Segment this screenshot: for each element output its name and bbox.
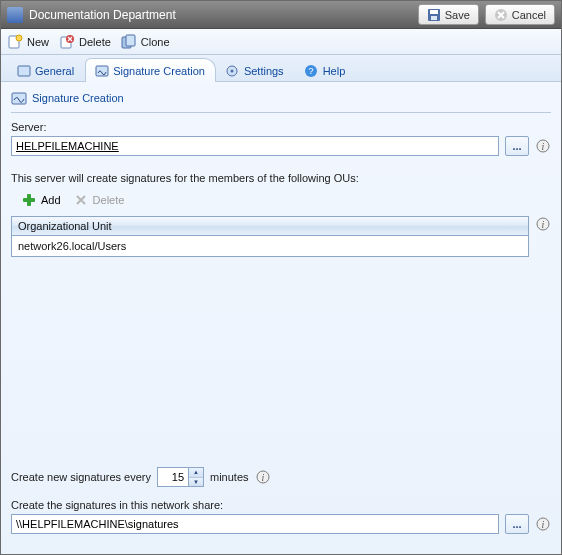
ou-table-wrap: Organizational Unit network26.local/User… <box>11 216 551 451</box>
server-row: ... i <box>11 136 551 156</box>
ou-toolbar: Add Delete <box>11 188 551 212</box>
interval-input[interactable] <box>158 468 188 486</box>
tab-general[interactable]: General <box>7 58 85 82</box>
share-input[interactable] <box>11 514 499 534</box>
share-label: Create the signatures in this network sh… <box>11 499 551 511</box>
interval-row: Create new signatures every ▲ ▼ minutes … <box>11 467 551 487</box>
interval-down[interactable]: ▼ <box>189 478 203 487</box>
save-button[interactable]: Save <box>418 4 479 25</box>
save-label: Save <box>445 9 470 21</box>
svg-text:i: i <box>542 519 545 530</box>
ou-column-header[interactable]: Organizational Unit <box>12 217 528 236</box>
clone-button[interactable]: Clone <box>121 34 170 50</box>
delete-button[interactable]: Delete <box>59 34 111 50</box>
section-title: Signature Creation <box>32 92 124 104</box>
window-title: Documentation Department <box>29 8 412 22</box>
section-divider <box>11 112 551 113</box>
app-icon <box>7 7 23 23</box>
ou-description: This server will create signatures for t… <box>11 172 551 184</box>
interval-prefix: Create new signatures every <box>11 471 151 483</box>
server-label: Server: <box>11 121 551 133</box>
tabstrip: General Signature Creation Settings ? He… <box>1 55 561 82</box>
section-header: Signature Creation <box>11 88 551 112</box>
ou-add-label: Add <box>41 194 61 206</box>
interval-up[interactable]: ▲ <box>189 468 203 478</box>
titlebar: Documentation Department Save Cancel <box>1 1 561 29</box>
general-icon <box>16 63 31 78</box>
save-icon <box>427 8 441 22</box>
add-icon <box>21 192 37 208</box>
content-area: Signature Creation Server: ... i This se… <box>1 82 561 554</box>
toolbar: New Delete Clone <box>1 29 561 55</box>
tab-help[interactable]: ? Help <box>295 58 357 82</box>
svg-text:i: i <box>542 141 545 152</box>
svg-rect-2 <box>431 16 437 20</box>
ou-table-body[interactable]: network26.local/Users <box>12 236 528 256</box>
interval-spinner[interactable]: ▲ ▼ <box>157 467 204 487</box>
tab-help-label: Help <box>323 65 346 77</box>
tab-general-label: General <box>35 65 74 77</box>
remove-icon <box>73 192 89 208</box>
svg-rect-1 <box>430 10 438 14</box>
share-row: ... i <box>11 514 551 534</box>
share-browse-button[interactable]: ... <box>505 514 529 534</box>
ou-delete-label: Delete <box>93 194 125 206</box>
ou-info-icon[interactable]: i <box>535 216 551 232</box>
share-info-icon[interactable]: i <box>535 516 551 532</box>
svg-point-5 <box>16 35 22 41</box>
svg-rect-11 <box>96 66 108 76</box>
delete-label: Delete <box>79 36 111 48</box>
svg-text:i: i <box>542 219 545 230</box>
ou-table: Organizational Unit network26.local/User… <box>11 216 529 257</box>
settings-icon <box>225 63 240 78</box>
svg-text:?: ? <box>309 66 314 76</box>
interval-info-icon[interactable]: i <box>255 469 271 485</box>
svg-rect-16 <box>12 93 26 104</box>
svg-text:i: i <box>261 472 264 483</box>
ou-row[interactable]: network26.local/Users <box>12 238 528 254</box>
tab-signature-creation[interactable]: Signature Creation <box>85 58 216 82</box>
new-icon <box>7 34 23 50</box>
delete-icon <box>59 34 75 50</box>
cancel-label: Cancel <box>512 9 546 21</box>
server-info-icon[interactable]: i <box>535 138 551 154</box>
help-icon: ? <box>304 63 319 78</box>
svg-rect-10 <box>18 66 30 76</box>
svg-point-13 <box>231 69 234 72</box>
clone-icon <box>121 34 137 50</box>
signature-icon <box>94 63 109 78</box>
clone-label: Clone <box>141 36 170 48</box>
tab-signature-creation-label: Signature Creation <box>113 65 205 77</box>
interval-suffix: minutes <box>210 471 249 483</box>
svg-rect-9 <box>126 35 135 46</box>
cancel-button[interactable]: Cancel <box>485 4 555 25</box>
section-icon <box>11 90 27 106</box>
ou-delete-button[interactable]: Delete <box>73 192 125 208</box>
window-root: Documentation Department Save Cancel New <box>0 0 562 555</box>
ou-add-button[interactable]: Add <box>21 192 61 208</box>
new-button[interactable]: New <box>7 34 49 50</box>
server-browse-button[interactable]: ... <box>505 136 529 156</box>
server-input[interactable] <box>11 136 499 156</box>
cancel-icon <box>494 8 508 22</box>
new-label: New <box>27 36 49 48</box>
tab-settings[interactable]: Settings <box>216 58 295 82</box>
tab-settings-label: Settings <box>244 65 284 77</box>
svg-rect-20 <box>23 198 35 202</box>
